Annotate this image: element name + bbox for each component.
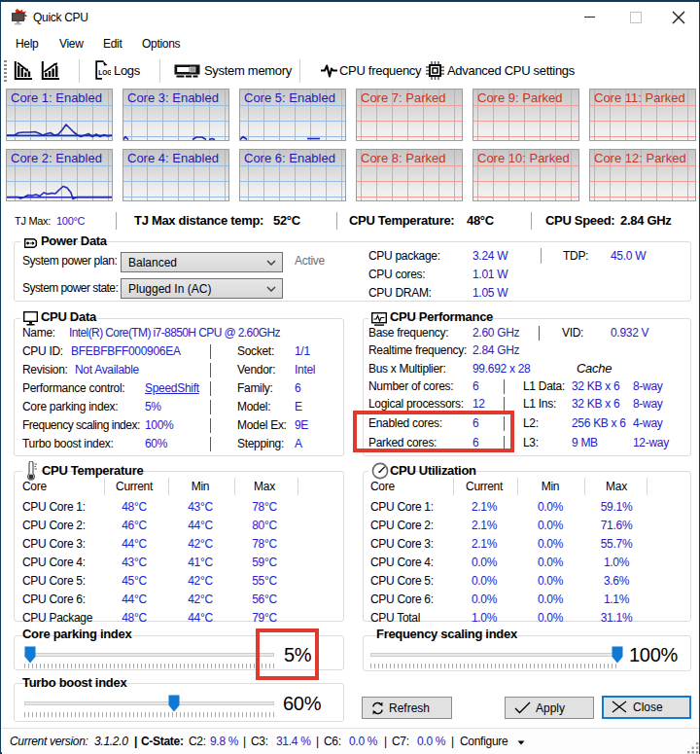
- svg-text:LOG: LOG: [98, 69, 111, 76]
